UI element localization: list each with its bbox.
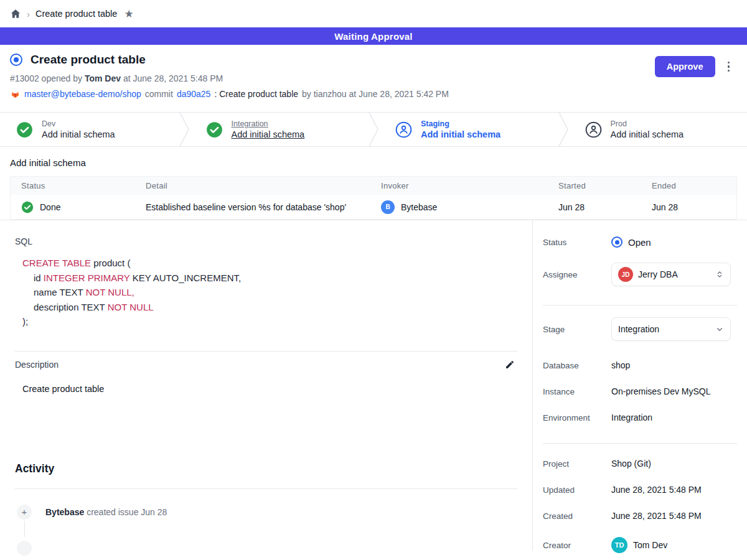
task-detail: Established baseline version %s for data… (146, 202, 381, 212)
stage-env-label: Prod (611, 119, 684, 128)
stage-select[interactable]: Integration (611, 317, 731, 341)
created-value: June 28, 2021 5:48 PM (611, 511, 702, 521)
stage-separator-chevron (368, 113, 379, 146)
pipeline-stage-integration[interactable]: Integration Add initial schema (190, 113, 369, 146)
task-status: Done (40, 202, 60, 212)
column-header: Detail (146, 181, 381, 190)
field-label: Environment (543, 413, 611, 422)
stage-env-label: Staging (421, 119, 500, 128)
issue-opened-at: at June 28, 2021 5:48 PM (123, 73, 223, 83)
field-label: Creator (543, 541, 611, 550)
check-circle-icon (21, 201, 34, 213)
star-icon[interactable]: ★ (124, 7, 133, 21)
field-label: Project (543, 459, 611, 469)
field-label: Updated (543, 485, 611, 495)
project-value: Shop (Git) (611, 459, 651, 469)
description-text: Create product table (22, 384, 517, 394)
sql-text: id (34, 273, 44, 283)
sidebar-field-status: Status Open (543, 236, 737, 248)
pipeline: Dev Add initial schema Integration Add i… (0, 112, 747, 147)
activity-entry: + Bytebase created issue Jun 28 (15, 505, 517, 520)
status-value: Open (628, 237, 651, 248)
field-label: Assignee (543, 270, 611, 279)
timeline-next-marker (17, 541, 32, 556)
column-header: Started (558, 181, 652, 190)
status-banner: Waiting Approval (0, 27, 747, 45)
column-header: Ended (652, 181, 736, 190)
task-table: Status Detail Invoker Started Ended Done… (10, 176, 737, 220)
stage-separator-chevron (179, 113, 190, 146)
issue-number-text: #13002 opened by (10, 73, 82, 83)
assignee-select[interactable]: JD Jerry DBA (611, 263, 731, 286)
sidebar-field-database: Database shop (543, 360, 737, 370)
issue-meta: #13002 opened by Tom Dev at June 28, 202… (10, 73, 732, 83)
stage-task-link[interactable]: Add initial schema (232, 129, 305, 139)
sidebar-field-assignee: Assignee JD Jerry DBA (543, 263, 737, 286)
issue-title: Create product table (31, 53, 146, 67)
instance-value: On-premises Dev MySQL (611, 386, 710, 396)
activity-action: created issue Jun 28 (87, 507, 167, 517)
task-row[interactable]: Done Established baseline version %s for… (11, 195, 736, 219)
column-header: Invoker (381, 181, 558, 190)
assignee-avatar: JD (618, 267, 633, 282)
activity-heading: Activity (15, 462, 517, 475)
timeline-line (24, 521, 25, 537)
task-section-heading: Add initial schema (10, 157, 737, 168)
edit-pencil-icon[interactable] (505, 360, 515, 370)
sql-text: KEY AUTO_INCREMENT, (129, 273, 241, 283)
stage-value: Integration (618, 324, 659, 334)
pipeline-stage-staging[interactable]: Staging Add initial schema (379, 113, 558, 146)
person-circle-icon (585, 121, 602, 138)
stage-task-link[interactable]: Add initial schema (611, 129, 684, 139)
sidebar-field-instance: Instance On-premises Dev MySQL (543, 386, 737, 396)
issue-header: Create product table #13002 opened by To… (0, 45, 747, 112)
commit-title: : Create product table (214, 89, 298, 99)
branch-repo-link[interactable]: master@bytebase-demo/shop (24, 89, 141, 99)
stage-task-link[interactable]: Add initial schema (421, 129, 500, 139)
sql-keyword: NOT NULL (108, 302, 154, 312)
creator-avatar: TD (611, 537, 627, 553)
check-circle-icon (206, 121, 223, 138)
pipeline-stage-prod[interactable]: Prod Add initial schema (569, 113, 747, 146)
plus-icon: + (17, 505, 32, 520)
assignee-value: Jerry DBA (638, 269, 678, 279)
commit-info: master@bytebase-demo/shop commit da90a25… (10, 89, 732, 99)
sidebar-field-creator: Creator TD Tom Dev (543, 537, 737, 553)
bytebase-avatar: B (381, 200, 395, 214)
stage-env-label: Dev (42, 119, 115, 128)
sql-keyword: INTEGER PRIMARY (44, 273, 130, 283)
updated-value: June 28, 2021 5:48 PM (611, 485, 702, 495)
field-label: Status (543, 238, 611, 247)
bytebase-issue-page: › Create product table ★ Waiting Approva… (0, 0, 747, 560)
kebab-menu-icon[interactable] (725, 59, 733, 75)
breadcrumb-chevron-icon: › (27, 9, 30, 19)
stage-task-link[interactable]: Add initial schema (42, 129, 115, 139)
commit-hash-link[interactable]: da90a25 (177, 89, 211, 99)
breadcrumb: › Create product table ★ (0, 0, 747, 27)
task-ended: Jun 28 (652, 202, 736, 212)
approve-button[interactable]: Approve (655, 56, 715, 77)
column-header: Status (11, 181, 146, 190)
sql-text: ); (22, 316, 28, 327)
pipeline-stage-dev[interactable]: Dev Add initial schema (0, 113, 179, 146)
sql-text: product ( (91, 258, 130, 268)
task-invoker: Bytebase (401, 202, 437, 212)
field-label: Database (543, 361, 611, 370)
gitlab-icon (10, 89, 21, 99)
check-circle-icon (16, 121, 33, 138)
sidebar-field-environment: Environment Integration (543, 413, 737, 422)
field-label: Created (543, 511, 611, 521)
commit-byline: by tianzhou at June 28, 2021 5:42 PM (302, 89, 449, 99)
person-circle-icon (395, 121, 412, 138)
sql-section-label: SQL (15, 236, 517, 246)
field-label: Stage (543, 325, 611, 334)
sidebar-field-project: Project Shop (Git) (543, 459, 737, 469)
database-value: shop (611, 360, 630, 370)
home-icon[interactable] (10, 8, 21, 19)
sql-text: name TEXT (34, 287, 86, 297)
issue-open-icon (10, 54, 22, 66)
field-label: Instance (543, 387, 611, 396)
sidebar-divider (543, 443, 737, 444)
commit-word: commit (145, 89, 173, 99)
activity-actor: Bytebase (45, 507, 84, 517)
